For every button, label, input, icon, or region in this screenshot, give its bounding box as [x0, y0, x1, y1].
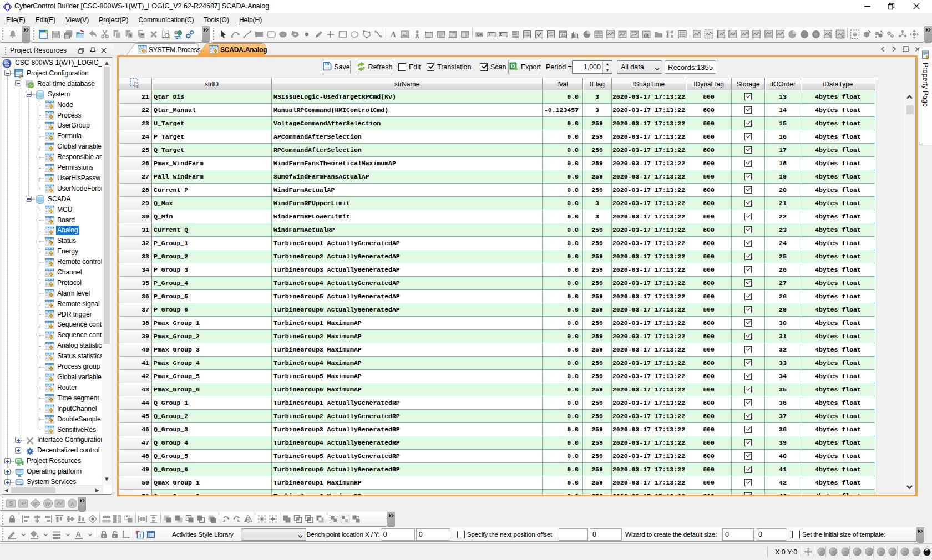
s-box-icon[interactable]: S: [5, 497, 17, 510]
table-row[interactable]: 45Q_Group_2TurbineGroup2 ActuallyGenerat…: [119, 410, 875, 423]
table-cell[interactable]: 800: [686, 210, 732, 223]
menu-view[interactable]: View(V): [60, 14, 94, 26]
storage-checkbox[interactable]: [744, 492, 752, 495]
table-cell[interactable]: [732, 370, 765, 383]
table-cell[interactable]: [732, 130, 765, 144]
storage-checkbox[interactable]: [744, 226, 752, 233]
close-button[interactable]: [908, 0, 925, 12]
cut-icon[interactable]: [99, 28, 111, 41]
period-value[interactable]: 1,000: [584, 63, 601, 71]
table-cell[interactable]: 2020-03-17 17:13:22: [612, 237, 686, 250]
table-row[interactable]: 47Q_Group_4TurbineGroup4 ActuallyGenerat…: [119, 436, 875, 450]
table-cell[interactable]: -0.123457: [543, 104, 583, 117]
table-cell[interactable]: 4bytes float: [801, 436, 875, 450]
style-library-dropdown[interactable]: [241, 528, 306, 541]
storage-checkbox[interactable]: [744, 240, 752, 247]
chart-mini-icon[interactable]: [774, 28, 787, 41]
scroll-up-icon[interactable]: ▲: [105, 60, 109, 65]
tree-item[interactable]: SensitiveRes: [55, 425, 98, 435]
gears-pair-icon[interactable]: [885, 28, 897, 41]
table-cell[interactable]: TurbineGroup3 ActuallyGeneratedRP: [272, 423, 543, 436]
form-folder-icon[interactable]: [447, 28, 459, 41]
dd-icon[interactable]: [84, 528, 95, 541]
table-cell[interactable]: TurbineGroup5 MaximumAP: [272, 370, 543, 383]
table-cell[interactable]: TurbineGroup2 ActuallyGeneratedRP: [272, 410, 543, 423]
toolbar-grip[interactable]: [32, 28, 37, 40]
table-cell[interactable]: 4bytes float: [801, 357, 875, 370]
storage-checkbox[interactable]: [744, 439, 752, 446]
table-cell[interactable]: TurbineGroup4 ActuallyGeneratedAP: [272, 277, 543, 290]
table-cell[interactable]: 16: [765, 130, 801, 144]
table-row[interactable]: 51Qmax_Group_2TurbineGroup2 MaximumRP0.0…: [119, 490, 875, 495]
table-cell[interactable]: 0.0: [543, 223, 583, 237]
table-cell[interactable]: VoltageCommandAfterSelection: [272, 117, 543, 130]
tree-item[interactable]: Interface Configuration: [36, 435, 105, 445]
snap-grid2-icon[interactable]: [267, 512, 278, 526]
histogram-icon[interactable]: [569, 28, 581, 41]
expand-box[interactable]: [15, 437, 21, 443]
checkbox-ctl-icon[interactable]: [533, 28, 545, 41]
table-cell[interactable]: 0.0: [543, 396, 583, 410]
table-cell[interactable]: 259: [583, 117, 612, 130]
storage-checkbox[interactable]: [744, 413, 752, 420]
table-cell[interactable]: 34: [765, 370, 801, 383]
table-cell[interactable]: 4bytes float: [801, 463, 875, 476]
table-cell[interactable]: WindFarmRPUpperLimit: [272, 197, 543, 210]
table-cell[interactable]: [732, 90, 765, 104]
row-number[interactable]: 45: [119, 410, 152, 423]
row-number[interactable]: 47: [119, 436, 152, 450]
table-cell[interactable]: U_Target: [152, 117, 272, 130]
storage-checkbox[interactable]: [744, 106, 752, 114]
table-cell[interactable]: 4bytes float: [801, 144, 875, 157]
tree-item[interactable]: Board: [55, 215, 77, 226]
row-number[interactable]: 33: [119, 250, 152, 263]
rrect-outline-icon[interactable]: [265, 28, 277, 41]
form-panel-icon[interactable]: [459, 28, 471, 41]
storage-checkbox[interactable]: [744, 253, 752, 260]
table-cell[interactable]: 2020-03-17 17:13:22: [612, 357, 686, 370]
column-header-fVal[interactable]: fVal: [543, 78, 583, 90]
tree-item[interactable]: Sequence contr: [55, 319, 105, 330]
storage-checkbox[interactable]: [744, 186, 752, 194]
table-cell[interactable]: 2020-03-17 17:13:22: [612, 383, 686, 396]
table-cell[interactable]: 259: [583, 463, 612, 476]
table-cell[interactable]: 3: [583, 197, 612, 210]
table-cell[interactable]: 4bytes float: [801, 117, 875, 130]
table-cell[interactable]: 0.0: [543, 303, 583, 317]
dd-icon[interactable]: [40, 528, 51, 541]
table-cell[interactable]: 2020-03-17 17:13:22: [612, 144, 686, 157]
row-number[interactable]: 32: [119, 237, 152, 250]
expand-box[interactable]: [15, 447, 21, 454]
tree-item[interactable]: Remote signal: [55, 299, 102, 309]
table-cell[interactable]: Q_Group_4: [152, 436, 272, 450]
table-row[interactable]: 38Pmax_Group_1TurbineGroup1 MaximumAP0.0…: [119, 317, 875, 330]
table-cell[interactable]: 4bytes float: [801, 476, 875, 490]
table-cell[interactable]: 4bytes float: [801, 210, 875, 223]
table-cell[interactable]: [732, 317, 765, 330]
tree-item[interactable]: Analog: [55, 225, 79, 236]
pie-dark-icon[interactable]: [581, 28, 593, 41]
table-cell[interactable]: TurbineGroup1 MaximumRP: [272, 476, 543, 490]
table-cell[interactable]: 4bytes float: [801, 303, 875, 317]
chart-axis-icon[interactable]: [715, 28, 727, 41]
table-row[interactable]: 46Q_Group_3TurbineGroup3 ActuallyGenerat…: [119, 423, 875, 436]
bench-y-input[interactable]: 0: [416, 528, 450, 541]
toolbar-overflow-chevron[interactable]: [202, 26, 210, 43]
row-number[interactable]: 39: [119, 330, 152, 343]
table-cell[interactable]: 4bytes float: [801, 237, 875, 250]
storage-checkbox[interactable]: [744, 479, 752, 486]
storage-checkbox[interactable]: [744, 266, 752, 273]
panel-restore-button[interactable]: [77, 46, 85, 55]
row-number[interactable]: 37: [119, 303, 152, 317]
table-cell[interactable]: 259: [583, 157, 612, 170]
column-header-selector[interactable]: [119, 78, 152, 90]
table-cell[interactable]: 259: [583, 357, 612, 370]
period-spinner[interactable]: 1,000 ▲▼: [572, 60, 612, 74]
table-cell[interactable]: TurbineGroup3 ActuallyGeneratedAP: [272, 263, 543, 277]
tree-item[interactable]: Time segment: [55, 393, 101, 404]
tree-item[interactable]: Decentralized control u: [36, 445, 105, 456]
row-number[interactable]: 29: [119, 197, 152, 210]
row-number[interactable]: 26: [119, 157, 152, 170]
collapse-box[interactable]: [4, 70, 11, 76]
table-cell[interactable]: [732, 263, 765, 277]
